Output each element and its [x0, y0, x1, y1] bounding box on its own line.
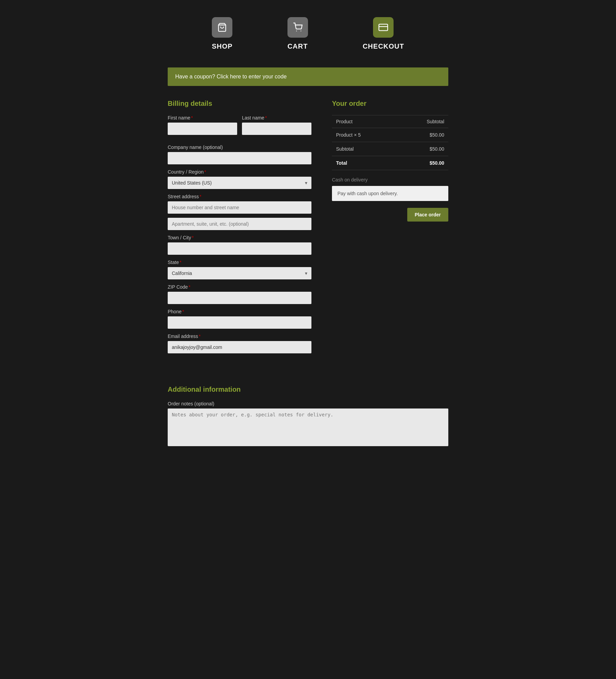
total-row: Total $50.00: [332, 156, 448, 170]
table-row: Product × 5 $50.00: [332, 128, 448, 142]
payment-label: Cash on delivery: [332, 177, 448, 183]
street-label: Street address*: [168, 194, 311, 199]
street-group: Street address*: [168, 194, 311, 214]
product-cell: Product × 5: [332, 128, 397, 142]
total-label: Total: [332, 156, 397, 170]
step-cart[interactable]: CART: [287, 17, 308, 50]
billing-section: Billing details First name* Last name* C…: [168, 100, 311, 358]
product-header: Product: [332, 115, 397, 128]
last-name-group: Last name*: [242, 115, 311, 135]
city-label: Town / City*: [168, 235, 311, 240]
svg-point-1: [296, 30, 297, 31]
state-label: State*: [168, 260, 311, 265]
shop-label: SHOP: [212, 42, 233, 50]
notes-label: Order notes (optional): [168, 401, 448, 406]
last-name-input[interactable]: [242, 123, 311, 135]
company-label: Company name (optional): [168, 144, 311, 150]
cart-step-icon: [287, 17, 308, 38]
subtotal-cell: $50.00: [397, 128, 448, 142]
city-input[interactable]: [168, 242, 311, 255]
subtotal-header: Subtotal: [397, 115, 448, 128]
email-input[interactable]: [168, 341, 311, 353]
email-group: Email address*: [168, 334, 311, 353]
zip-group: ZIP Code*: [168, 284, 311, 304]
total-value: $50.00: [397, 156, 448, 170]
shop-step-icon: [212, 17, 232, 38]
email-label: Email address*: [168, 334, 311, 339]
credit-card-icon: [378, 23, 388, 32]
payment-text: Pay with cash upon delivery.: [337, 191, 398, 196]
first-name-input[interactable]: [168, 123, 237, 135]
city-group: Town / City*: [168, 235, 311, 255]
phone-input[interactable]: [168, 316, 311, 329]
checkout-label: CHECKOUT: [363, 42, 404, 50]
coupon-banner[interactable]: Have a coupon? Click here to enter your …: [168, 67, 448, 86]
checkout-step-icon: [373, 17, 394, 38]
svg-rect-3: [379, 24, 388, 31]
country-select[interactable]: United States (US): [168, 177, 311, 189]
table-row: Subtotal $50.00: [332, 142, 448, 156]
country-label: Country / Region*: [168, 169, 311, 175]
additional-title: Additional information: [168, 386, 448, 393]
state-select-wrapper: California: [168, 267, 311, 279]
company-group: Company name (optional): [168, 144, 311, 164]
coupon-text: Have a coupon? Click here to enter your …: [175, 74, 287, 79]
name-row: First name* Last name*: [168, 115, 311, 140]
zip-label: ZIP Code*: [168, 284, 311, 290]
payment-box: Pay with cash upon delivery.: [332, 186, 448, 201]
main-content: Billing details First name* Last name* C…: [168, 100, 448, 379]
country-group: Country / Region* United States (US): [168, 169, 311, 189]
step-checkout[interactable]: CHECKOUT: [363, 17, 404, 50]
order-section: Your order Product Subtotal Product × 5 …: [332, 100, 448, 358]
shop-bag-icon: [217, 23, 227, 32]
order-title: Your order: [332, 100, 448, 108]
cart-label: CART: [287, 42, 308, 50]
street-input[interactable]: [168, 201, 311, 214]
apt-input[interactable]: [168, 218, 311, 230]
subtotal-label: Subtotal: [332, 142, 397, 156]
last-name-label: Last name*: [242, 115, 311, 121]
step-shop[interactable]: SHOP: [212, 17, 233, 50]
notes-group: Order notes (optional): [168, 401, 448, 446]
state-group: State* California: [168, 260, 311, 279]
billing-title: Billing details: [168, 100, 311, 108]
place-order-button[interactable]: Place order: [407, 208, 448, 222]
country-select-wrapper: United States (US): [168, 177, 311, 189]
zip-input[interactable]: [168, 292, 311, 304]
first-name-label: First name*: [168, 115, 237, 121]
additional-section: Additional information Order notes (opti…: [168, 386, 448, 446]
phone-label: Phone*: [168, 309, 311, 314]
first-name-group: First name*: [168, 115, 237, 135]
company-input[interactable]: [168, 152, 311, 164]
subtotal-value: $50.00: [397, 142, 448, 156]
cart-icon: [293, 23, 303, 32]
svg-point-2: [300, 30, 301, 31]
apt-group: [168, 218, 311, 230]
notes-textarea[interactable]: [168, 408, 448, 446]
steps-bar: SHOP CART CHECKOUT: [0, 0, 616, 61]
order-table: Product Subtotal Product × 5 $50.00 Subt…: [332, 115, 448, 170]
state-select[interactable]: California: [168, 267, 311, 279]
phone-group: Phone*: [168, 309, 311, 329]
